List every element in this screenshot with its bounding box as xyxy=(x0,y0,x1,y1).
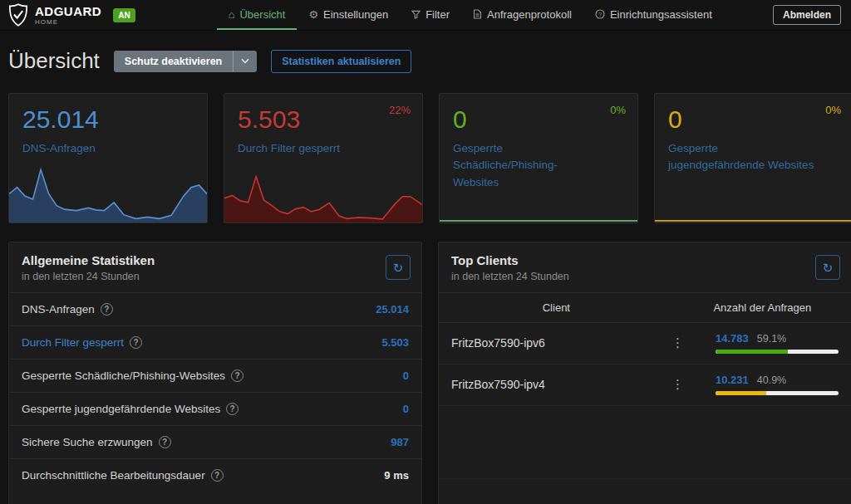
card-gesperrte-phishing: 0% 0 Gesperrte Schädliche/Phishing-Websi… xyxy=(439,93,638,223)
top-clients-table-header: Client Anzahl der Anfragen xyxy=(439,292,851,323)
help-circle-icon: ? xyxy=(595,9,605,19)
stat-value: 0 xyxy=(403,369,409,382)
card-value: 0 xyxy=(668,105,839,135)
brand-name: ADGUARD xyxy=(35,5,101,17)
client-name[interactable]: FritzBox7590-ipv6 xyxy=(451,336,671,350)
disable-protection-button[interactable]: Schutz deaktivieren xyxy=(114,51,257,72)
page-header: Übersicht Schutz deaktivieren Statistike… xyxy=(0,31,851,74)
card-value: 5.503 xyxy=(238,105,409,135)
stat-value: 25.014 xyxy=(376,303,409,316)
sparkline-chart xyxy=(224,163,422,223)
help-icon[interactable]: ? xyxy=(211,469,224,482)
card-value: 0 xyxy=(453,105,624,135)
shield-logo-icon xyxy=(8,3,28,27)
page-title: Übersicht xyxy=(8,48,100,74)
stat-row-durch-filter-gesperrt: Durch Filter gesperrt? 5.503 xyxy=(9,325,421,359)
card-label: Durch Filter gesperrt xyxy=(238,140,387,158)
client-progress-fill xyxy=(716,391,766,395)
nav-item-filter[interactable]: Filter xyxy=(400,0,461,30)
chevron-down-icon[interactable] xyxy=(233,51,257,72)
gear-icon: ⚙ xyxy=(308,8,318,21)
help-icon[interactable]: ? xyxy=(231,369,243,382)
refresh-icon[interactable]: ↻ xyxy=(815,255,840,280)
client-progress-fill xyxy=(716,350,788,354)
card-gesperrte-jugendgefaehrdende: 0% 0 Gesperrte jugendgefährdende Website… xyxy=(654,93,851,223)
adguard-logo: ADGUARD HOME AN xyxy=(8,0,135,30)
panel-subtitle: in den letzten 24 Stunden xyxy=(22,271,409,282)
home-icon: ⌂ xyxy=(229,8,235,21)
kebab-menu-icon[interactable]: ⋮ xyxy=(671,377,696,392)
nav-item-einstellungen[interactable]: ⚙ Einstellungen xyxy=(297,0,400,30)
panels-row: Allgemeine Statistiken in den letzten 24… xyxy=(0,242,851,504)
help-icon[interactable]: ? xyxy=(159,436,171,448)
panel-title: Top Clients xyxy=(451,253,839,267)
panel-subtitle: in den letzten 24 Stunden xyxy=(451,271,839,282)
table-row: FritzBox7590-ipv6 ⋮ 14.783 59.1% xyxy=(439,323,851,365)
kebab-menu-icon[interactable]: ⋮ xyxy=(671,335,696,350)
document-icon xyxy=(473,9,482,19)
card-label: DNS-Anfragen xyxy=(22,140,172,158)
refresh-icon[interactable]: ↻ xyxy=(386,255,411,280)
card-durch-filter-gesperrt: 22% 5.503 Durch Filter gesperrt xyxy=(224,93,423,223)
top-navbar: ADGUARD HOME AN ⌂ Übersicht ⚙ Einstellun… xyxy=(0,0,851,31)
svg-text:?: ? xyxy=(598,11,602,18)
help-icon[interactable]: ? xyxy=(130,336,142,349)
stat-value: 9 ms xyxy=(384,469,409,482)
client-progress-bar xyxy=(716,350,839,354)
card-label: Gesperrte jugendgefährdende Websites xyxy=(668,140,818,175)
client-count: 10.231 xyxy=(716,374,749,386)
column-header-client[interactable]: Client xyxy=(439,293,674,322)
stat-row-gesperrte-jugendgefaehrdende: Gesperrte jugendgefährdende Websites? 0 xyxy=(9,392,421,425)
card-label: Gesperrte Schädliche/Phishing-Websites xyxy=(453,140,603,193)
top-clients-panel: Top Clients in den letzten 24 Stunden ↻ … xyxy=(438,242,851,504)
help-icon[interactable]: ? xyxy=(101,303,113,316)
brand-sub: HOME xyxy=(35,19,101,26)
funnel-icon xyxy=(411,10,421,19)
nav-item-uebersicht[interactable]: ⌂ Übersicht xyxy=(217,0,298,30)
stat-row-dns-anfragen: DNS-Anfragen? 25.014 xyxy=(9,292,421,325)
stat-value: 987 xyxy=(391,436,409,448)
panel-title: Allgemeine Statistiken xyxy=(22,253,409,267)
nav-item-anfragenprotokoll[interactable]: Anfragenprotokoll xyxy=(461,0,583,30)
stat-cards-row: 25.014 DNS-Anfragen 22% 5.503 Durch Filt… xyxy=(0,93,851,223)
sparkline-chart xyxy=(9,163,207,223)
column-header-anzahl[interactable]: Anzahl der Anfragen xyxy=(674,293,851,322)
stat-row-gesperrte-phishing: Gesperrte Schädliche/Phishing-Websites? … xyxy=(9,359,421,392)
card-value: 25.014 xyxy=(22,105,194,135)
stat-value: 5.503 xyxy=(381,336,409,349)
main-nav: ⌂ Übersicht ⚙ Einstellungen Filter Anfra… xyxy=(217,0,724,30)
refresh-statistics-button[interactable]: Statistiken aktualisieren xyxy=(271,50,411,73)
client-progress-bar xyxy=(716,391,839,395)
nav-item-einrichtungsassistent[interactable]: ? Einrichtungsassistent xyxy=(583,0,724,30)
table-row: FritzBox7590-ipv4 ⋮ 10.231 40.9% xyxy=(439,365,851,406)
client-percent: 59.1% xyxy=(757,333,786,345)
card-dns-anfragen: 25.014 DNS-Anfragen xyxy=(8,93,208,223)
stat-row-sichere-suche: Sichere Suche erzwungen? 987 xyxy=(9,425,421,458)
client-name[interactable]: FritzBox7590-ipv4 xyxy=(451,378,671,391)
help-icon[interactable]: ? xyxy=(226,403,239,415)
stat-value: 0 xyxy=(403,403,409,415)
general-statistics-panel: Allgemeine Statistiken in den letzten 24… xyxy=(8,242,422,504)
logout-button[interactable]: Abmelden xyxy=(773,5,841,25)
protection-on-badge: AN xyxy=(113,8,135,22)
stat-row-bearbeitungsdauer: Durchschnittliche Bearbeitungsdauer? 9 m… xyxy=(9,458,421,492)
client-count: 14.783 xyxy=(716,332,749,345)
empty-table-space xyxy=(439,406,851,479)
client-percent: 40.9% xyxy=(757,374,786,386)
